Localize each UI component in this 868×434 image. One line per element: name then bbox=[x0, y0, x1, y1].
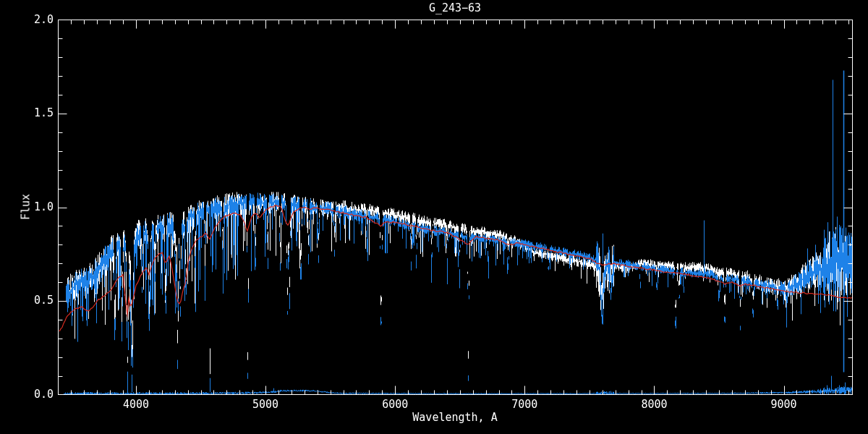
x-tick-label: 8000 bbox=[631, 399, 677, 410]
x-tick-label: 7000 bbox=[501, 399, 548, 410]
x-tick-label: 9000 bbox=[761, 399, 807, 410]
y-tick-label: 0.0 bbox=[22, 389, 54, 400]
y-tick-label: 2.0 bbox=[22, 14, 54, 25]
y-tick-label: 0.5 bbox=[22, 295, 54, 306]
x-tick-label: 6000 bbox=[372, 399, 418, 410]
y-tick-label: 1.0 bbox=[22, 202, 54, 213]
plot-title: G_243−63 bbox=[310, 3, 600, 14]
x-tick-label: 4000 bbox=[113, 399, 159, 410]
x-tick-label: 5000 bbox=[242, 399, 289, 410]
spectrum-plot-window: G_243−63 Wavelength, A Flux 0.00.51.01.5… bbox=[0, 0, 868, 434]
spectrum-canvas bbox=[0, 0, 868, 434]
x-axis-label: Wavelength, A bbox=[346, 412, 563, 423]
y-tick-label: 1.5 bbox=[22, 108, 54, 119]
